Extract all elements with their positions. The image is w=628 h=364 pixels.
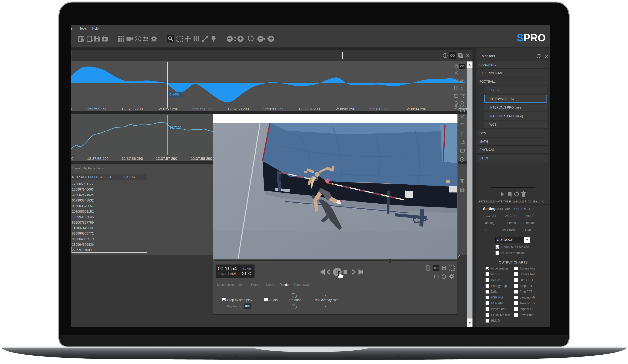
svg-text:12:38:01 290: 12:38:01 290 <box>299 107 320 111</box>
svg-text:12:37:58 290: 12:37:58 290 <box>191 157 212 161</box>
svg-text:12:37:55 290: 12:37:55 290 <box>86 107 107 111</box>
svg-text:Σ: Σ <box>460 131 463 136</box>
svg-text:0: 0 <box>71 157 74 161</box>
svg-text:12:37:55 290: 12:37:55 290 <box>87 157 109 161</box>
svg-text:12:37:57 290: 12:37:57 290 <box>157 107 178 111</box>
svg-text:12:37:58 290: 12:37:58 290 <box>192 107 214 111</box>
svg-text:12:37:57 290: 12:37:57 290 <box>156 157 177 161</box>
svg-text:2: 2 <box>458 254 460 258</box>
svg-text:12:38:02 290: 12:38:02 290 <box>334 107 355 111</box>
svg-text:12:38:04 290: 12:38:04 290 <box>405 107 426 111</box>
svg-text:12:37:59 290: 12:37:59 290 <box>228 107 249 111</box>
svg-text:-1,7469: -1,7469 <box>169 93 179 96</box>
svg-text:12:38:00 290: 12:38:00 290 <box>263 107 285 111</box>
svg-text:12:37:56 290: 12:37:56 290 <box>121 107 143 111</box>
svg-text:CHC: CHC <box>461 189 465 191</box>
svg-text:18,7200: 18,7200 <box>169 126 181 129</box>
svg-text:0: 0 <box>71 107 74 111</box>
svg-text:12:37:56 290: 12:37:56 290 <box>122 157 143 161</box>
svg-text:12:38:03 290: 12:38:03 290 <box>369 107 391 111</box>
svg-text:Σ: Σ <box>460 86 463 91</box>
svg-text:3D: 3D <box>136 37 139 40</box>
